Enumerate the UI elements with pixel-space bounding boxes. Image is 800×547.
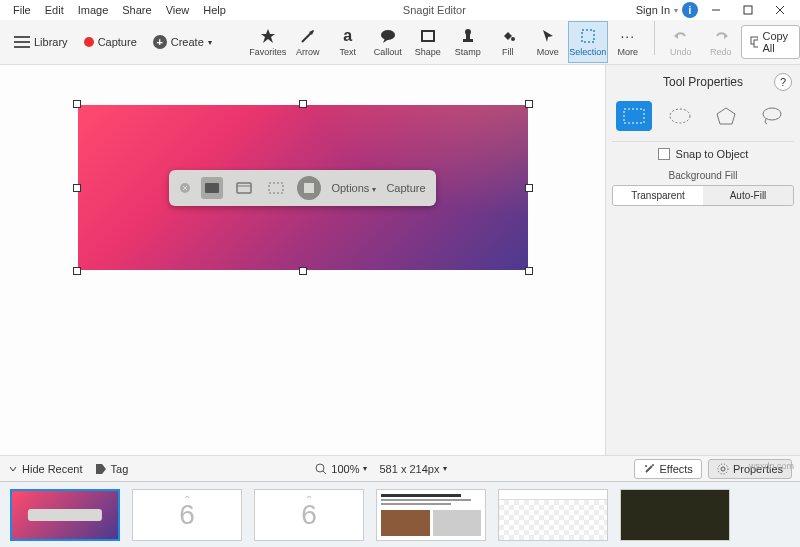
- zoom-control[interactable]: 100% ▾: [315, 463, 367, 475]
- copy-icon: [750, 36, 759, 48]
- menu-file[interactable]: File: [6, 2, 38, 18]
- thumbnail-tray: ⌃6 ⌃6: [0, 481, 800, 547]
- maximize-button[interactable]: [734, 1, 762, 19]
- user-avatar[interactable]: i: [682, 2, 698, 18]
- capture-button[interactable]: Capture: [78, 32, 143, 52]
- svg-marker-17: [674, 33, 678, 39]
- resize-handle-tm[interactable]: [299, 100, 307, 108]
- tool-move[interactable]: Move: [528, 21, 568, 63]
- svg-point-7: [381, 30, 395, 40]
- thumbnail-4[interactable]: [376, 489, 486, 541]
- tool-fill[interactable]: Fill: [488, 21, 528, 63]
- thumbnail-1[interactable]: [10, 489, 120, 541]
- selection-shape-lasso[interactable]: [754, 101, 790, 131]
- menu-share[interactable]: Share: [115, 2, 158, 18]
- help-button[interactable]: ?: [774, 73, 792, 91]
- thumbnail-2[interactable]: ⌃6: [132, 489, 242, 541]
- thumbnail-3[interactable]: ⌃6: [254, 489, 364, 541]
- svg-line-34: [323, 471, 326, 474]
- background-fill-segmented: Transparent Auto-Fill: [612, 185, 794, 206]
- bg-fill-transparent[interactable]: Transparent: [613, 186, 703, 205]
- plus-icon: +: [153, 35, 167, 49]
- tool-favorites[interactable]: Favorites: [248, 21, 288, 63]
- tag-icon: [95, 463, 107, 475]
- capture-region-icon: [265, 177, 287, 199]
- watermark: wsxdn.com: [749, 461, 794, 471]
- tool-shape[interactable]: Shape: [408, 21, 448, 63]
- resize-handle-bm[interactable]: [299, 267, 307, 275]
- svg-point-39: [718, 464, 728, 474]
- properties-panel: Tool Properties ? Snap to Object Backgro…: [605, 65, 800, 455]
- svg-rect-1: [744, 6, 752, 14]
- svg-point-38: [721, 467, 725, 471]
- undo-button[interactable]: Undo: [661, 21, 701, 63]
- selection-shape-ellipse[interactable]: [662, 101, 698, 131]
- tool-selection[interactable]: Selection: [568, 21, 608, 63]
- tool-arrow[interactable]: Arrow: [288, 21, 328, 63]
- callout-icon: [379, 27, 397, 45]
- arrow-icon: [299, 27, 317, 45]
- menu-view[interactable]: View: [159, 2, 197, 18]
- canvas[interactable]: Options ▾ Capture: [0, 65, 605, 455]
- copy-all-button[interactable]: Copy All: [741, 25, 800, 59]
- tag-button[interactable]: Tag: [95, 463, 129, 475]
- capture-options-label: Options ▾: [331, 182, 376, 194]
- close-small-icon: [179, 182, 191, 194]
- hamburger-icon: [14, 36, 30, 48]
- redo-button[interactable]: Redo: [701, 21, 741, 63]
- status-bar: Hide Recent Tag 100% ▾ 581 x 214px ▾ Eff…: [0, 455, 800, 481]
- gear-icon: [717, 463, 729, 475]
- snagit-capture-widget: Options ▾ Capture: [169, 170, 435, 206]
- svg-rect-28: [624, 109, 644, 123]
- menu-edit[interactable]: Edit: [38, 2, 71, 18]
- more-icon: ···: [619, 27, 637, 45]
- dimensions-display[interactable]: 581 x 214px ▾: [379, 463, 447, 475]
- selection-shape-rect[interactable]: [616, 101, 652, 131]
- menu-image[interactable]: Image: [71, 2, 116, 18]
- svg-marker-30: [717, 108, 735, 124]
- background-fill-label: Background Fill: [612, 166, 794, 185]
- svg-point-36: [652, 464, 654, 466]
- svg-rect-10: [463, 39, 473, 42]
- tool-text[interactable]: a Text: [328, 21, 368, 63]
- resize-handle-br[interactable]: [525, 267, 533, 275]
- svg-line-35: [646, 466, 652, 472]
- resize-handle-tl[interactable]: [73, 100, 81, 108]
- svg-point-12: [465, 29, 471, 35]
- capture-fullscreen-icon: [201, 177, 223, 199]
- hide-recent-button[interactable]: Hide Recent: [8, 463, 83, 475]
- menu-help[interactable]: Help: [196, 2, 233, 18]
- snap-to-object-checkbox[interactable]: [658, 148, 670, 160]
- tool-callout[interactable]: Callout: [368, 21, 408, 63]
- svg-rect-27: [269, 183, 283, 193]
- search-icon: [315, 463, 327, 475]
- tool-more[interactable]: ··· More: [608, 21, 648, 63]
- minimize-button[interactable]: [702, 1, 730, 19]
- chevron-down-icon: [8, 464, 18, 474]
- resize-handle-ml[interactable]: [73, 184, 81, 192]
- resize-handle-mr[interactable]: [525, 184, 533, 192]
- record-icon: [84, 37, 94, 47]
- fill-icon: [499, 27, 517, 45]
- thumbnail-6[interactable]: [620, 489, 730, 541]
- resize-handle-tr[interactable]: [525, 100, 533, 108]
- sign-in-link[interactable]: Sign In: [636, 4, 670, 16]
- svg-marker-4: [261, 29, 275, 43]
- effects-button[interactable]: Effects: [634, 459, 701, 479]
- redo-icon: [712, 27, 730, 45]
- svg-point-33: [316, 464, 324, 472]
- svg-point-31: [763, 108, 781, 120]
- create-button[interactable]: + Create ▾: [147, 31, 218, 53]
- bg-fill-auto[interactable]: Auto-Fill: [703, 186, 793, 205]
- selected-image[interactable]: Options ▾ Capture: [78, 105, 528, 270]
- svg-marker-15: [543, 30, 553, 42]
- tool-stamp[interactable]: Stamp: [448, 21, 488, 63]
- library-button[interactable]: Library: [8, 32, 74, 52]
- resize-handle-bl[interactable]: [73, 267, 81, 275]
- selection-shape-polygon[interactable]: [708, 101, 744, 131]
- star-icon: [259, 27, 277, 45]
- window-title: Snagit Editor: [233, 4, 636, 16]
- close-button[interactable]: [766, 1, 794, 19]
- properties-title: Tool Properties: [663, 75, 743, 89]
- thumbnail-5[interactable]: [498, 489, 608, 541]
